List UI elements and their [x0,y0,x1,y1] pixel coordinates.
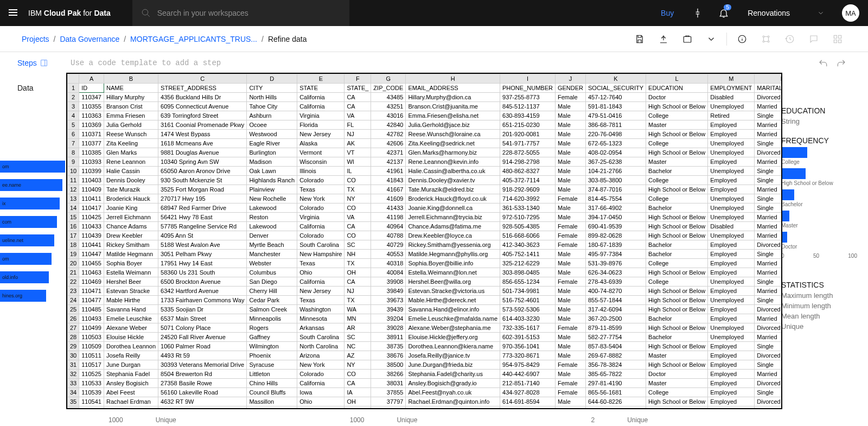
svg-rect-8 [834,35,837,38]
notification-badge: 5 [724,4,731,10]
breadcrumb-projects[interactable]: Projects [22,35,49,43]
svg-point-5 [768,36,769,37]
panel-icon [40,59,48,67]
search-icon [141,8,151,18]
search-input[interactable] [157,9,341,17]
frequency-header: FREQUENCY [781,136,868,145]
comment-icon[interactable] [805,30,822,48]
svg-point-6 [763,41,764,42]
save-icon[interactable] [631,30,648,48]
export-icon[interactable] [655,30,672,48]
background-chart: omee.nameixcomueline.netomold.infohines.… [0,161,65,308]
pin-icon[interactable] [687,0,709,26]
jobs-icon[interactable] [679,30,696,48]
svg-rect-12 [41,60,47,66]
notification-icon[interactable]: 5 [713,0,735,26]
undo-icon[interactable] [818,59,828,71]
svg-rect-9 [839,35,841,38]
breadcrumb: Projects / Data Governance / MORTGAGE_AP… [22,35,307,43]
breadcrumb-governance[interactable]: Data Governance [60,35,119,43]
profile-column-type: String [781,117,868,125]
info-icon[interactable] [733,30,751,48]
workspace-dropdown[interactable]: Renovations [739,9,833,17]
global-search[interactable] [132,0,349,26]
svg-point-4 [763,36,764,37]
frequency-chart: CollegeHigh School or BelowBachelorMaste… [781,147,868,250]
profile-column-name: EDUCATION [781,106,868,115]
code-template-hint[interactable]: Use a code template to add a step [71,59,221,67]
menu-toggle[interactable] [9,8,20,18]
grid-icon[interactable] [829,30,846,48]
spreadsheet-view[interactable]: ABCDEFGHIJKLMN1IDNAMESTREET_ADDRESSCITYS… [66,73,782,409]
data-tab[interactable]: Data [17,84,54,92]
steps-tab[interactable]: Steps [17,59,54,67]
flow-icon[interactable] [757,30,775,48]
breadcrumb-asset[interactable]: MORTGAGE_APPLICANTS_TRUS... [130,35,257,43]
svg-line-1 [147,14,150,17]
svg-point-7 [768,41,769,42]
avatar[interactable]: MA [842,4,859,22]
svg-rect-11 [839,40,841,42]
svg-rect-2 [684,36,691,42]
svg-point-0 [142,9,148,15]
footer-stats: 1000Unique 1000Unique 2Unique [108,416,760,424]
breadcrumb-current: Refine data [268,35,307,43]
history-icon[interactable] [781,30,799,48]
brand: IBM Cloud Pak for Data [28,9,111,17]
redo-icon[interactable] [837,59,846,71]
svg-rect-10 [834,40,837,42]
statistics-header: STATISTICS [781,281,868,289]
buy-link[interactable]: Buy [652,9,682,17]
chevron-down-icon [817,9,825,17]
jobs-chevron[interactable] [703,30,720,48]
